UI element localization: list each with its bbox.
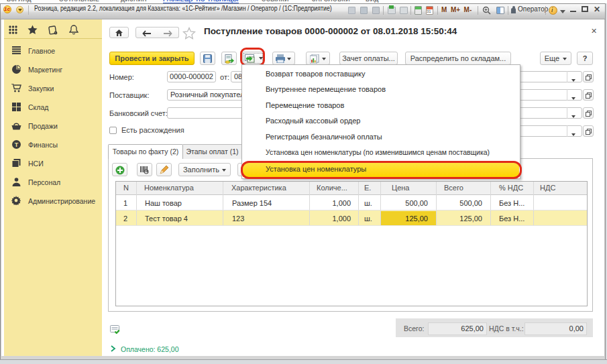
svg-text:Т: Т bbox=[15, 141, 19, 148]
